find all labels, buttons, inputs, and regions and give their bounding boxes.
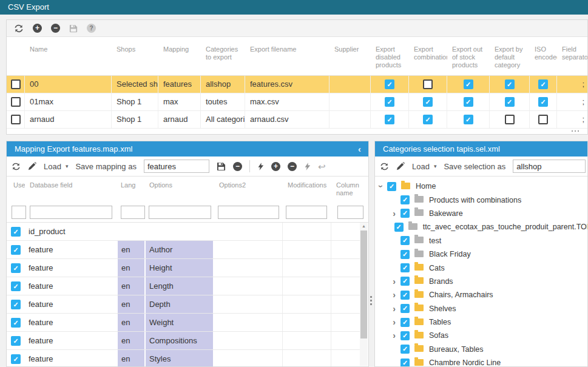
tree-item[interactable]: › Black Friday xyxy=(375,247,587,261)
chevron-expand-icon[interactable]: › xyxy=(390,209,399,218)
chevron-expand-icon[interactable]: › xyxy=(390,305,399,313)
mapping-row[interactable]: feature en Length xyxy=(7,277,360,295)
mapping-filename-input[interactable] xyxy=(144,160,209,173)
mapping-row[interactable]: feature en Weight xyxy=(7,314,360,332)
add-field-button[interactable]: + xyxy=(271,162,280,171)
refresh-icon[interactable] xyxy=(380,162,389,171)
chevron-expand-icon[interactable]: › xyxy=(390,318,399,326)
col-field-separator[interactable]: Field separator xyxy=(557,37,587,75)
apply-none-icon[interactable] xyxy=(304,162,311,171)
apply-all-icon[interactable] xyxy=(257,162,264,171)
tree-item[interactable]: › Home xyxy=(375,180,587,193)
chevron-expand-icon[interactable]: › xyxy=(377,182,385,191)
table-scroll-dots[interactable] xyxy=(572,130,579,132)
vertical-scrollbar[interactable]: ▲ xyxy=(360,223,368,366)
chevron-expand-icon[interactable]: › xyxy=(390,277,399,286)
col-export-combinations[interactable]: Export combinations xyxy=(409,37,447,75)
export-out-of-stock-checkbox[interactable] xyxy=(464,115,473,124)
use-checkbox[interactable] xyxy=(11,300,21,309)
remove-field-button[interactable]: − xyxy=(288,162,297,171)
tree-item[interactable]: › Bakeware xyxy=(375,207,587,220)
filter-options2-input[interactable] xyxy=(218,206,279,219)
filter-lang-input[interactable] xyxy=(121,206,145,219)
tree-item[interactable]: › Sofas xyxy=(375,329,587,342)
tree-item[interactable]: › ttc_avec_ecotax_pas_touche_produit_par… xyxy=(375,220,587,234)
tree-item[interactable]: › Chambre Nordic Line xyxy=(375,356,587,366)
category-checkbox[interactable] xyxy=(400,277,410,286)
mapping-row[interactable]: feature en Author xyxy=(7,241,360,259)
category-checkbox[interactable] xyxy=(400,250,410,259)
category-checkbox[interactable] xyxy=(400,236,410,245)
add-profile-button[interactable]: + xyxy=(33,24,42,33)
col-export-out-of-stock[interactable]: Export out of stock products xyxy=(447,37,490,75)
category-checkbox[interactable] xyxy=(387,182,396,191)
tree-item[interactable]: › Brands xyxy=(375,275,587,288)
chevron-down-icon[interactable]: ▾ xyxy=(434,163,437,169)
use-checkbox[interactable] xyxy=(11,263,21,273)
filter-use-input[interactable] xyxy=(12,206,26,219)
export-by-default-checkbox[interactable] xyxy=(505,115,515,124)
col-export-by-default[interactable]: Export by default category xyxy=(490,37,530,75)
category-checkbox[interactable] xyxy=(400,359,410,366)
help-icon[interactable]: ? xyxy=(87,24,96,33)
scrollbar-thumb[interactable] xyxy=(360,231,367,338)
col-filename[interactable]: Export filename xyxy=(245,37,329,75)
col-supplier[interactable]: Supplier xyxy=(329,37,371,75)
use-checkbox[interactable] xyxy=(11,336,21,346)
use-checkbox[interactable] xyxy=(11,354,21,364)
col-export-disabled[interactable]: Export disabled products xyxy=(371,37,409,75)
export-profile-row[interactable]: arnaud Shop 1 arnaud All categories arna… xyxy=(7,111,587,129)
export-combinations-checkbox[interactable] xyxy=(423,115,433,124)
panel-splitter[interactable] xyxy=(370,296,372,307)
row-select-checkbox[interactable] xyxy=(11,97,21,107)
mapping-row[interactable]: feature en Compositions xyxy=(7,332,360,350)
mapping-row[interactable]: feature en Depth xyxy=(7,295,360,314)
iso-encode-checkbox[interactable] xyxy=(538,79,548,89)
category-checkbox[interactable] xyxy=(394,223,404,232)
chevron-expand-icon[interactable]: › xyxy=(390,331,399,340)
filter-column-name-input[interactable] xyxy=(337,206,363,219)
use-checkbox[interactable] xyxy=(11,227,21,237)
iso-encode-checkbox[interactable] xyxy=(538,97,548,107)
category-checkbox[interactable] xyxy=(400,291,410,300)
row-select-checkbox[interactable] xyxy=(11,79,21,89)
load-mapping-icon[interactable] xyxy=(28,162,36,170)
mapping-row[interactable]: feature en Styles xyxy=(7,350,360,366)
category-checkbox[interactable] xyxy=(400,331,410,340)
export-by-default-checkbox[interactable] xyxy=(505,97,515,107)
col-shops[interactable]: Shops xyxy=(112,37,158,75)
load-button[interactable]: Load xyxy=(44,162,61,171)
category-checkbox[interactable] xyxy=(400,195,410,204)
export-disabled-checkbox[interactable] xyxy=(385,79,394,89)
export-disabled-checkbox[interactable] xyxy=(385,115,394,124)
export-profile-row[interactable]: 00 Selected shops features allshop featu… xyxy=(7,76,587,93)
filter-options-input[interactable] xyxy=(149,206,211,219)
tree-item[interactable]: › Cats xyxy=(375,261,587,274)
refresh-icon[interactable] xyxy=(14,24,24,33)
iso-encode-checkbox[interactable] xyxy=(538,115,548,124)
refresh-icon[interactable] xyxy=(12,162,21,171)
export-out-of-stock-checkbox[interactable] xyxy=(464,79,473,89)
col-mapping[interactable]: Mapping xyxy=(158,37,201,75)
mapping-row[interactable]: id_product xyxy=(7,223,360,241)
delete-mapping-button[interactable]: − xyxy=(233,162,242,171)
tree-item[interactable]: › Tables xyxy=(375,315,587,329)
use-checkbox[interactable] xyxy=(11,318,21,328)
scroll-up-icon[interactable]: ▲ xyxy=(360,223,368,230)
col-name[interactable]: Name xyxy=(25,37,112,75)
category-checkbox[interactable] xyxy=(400,318,410,327)
chevron-down-icon[interactable]: ▾ xyxy=(66,163,69,169)
tree-item[interactable]: › Chairs, Armachairs xyxy=(375,288,587,301)
remove-profile-button[interactable]: − xyxy=(51,24,60,33)
col-categories[interactable]: Categories to export xyxy=(201,37,245,75)
selection-filename-input[interactable] xyxy=(513,160,586,173)
load-button[interactable]: Load xyxy=(412,162,430,171)
export-out-of-stock-checkbox[interactable] xyxy=(464,97,473,107)
collapse-panel-icon[interactable]: ‹ xyxy=(358,141,361,157)
export-combinations-checkbox[interactable] xyxy=(423,79,433,89)
return-icon[interactable]: ↩ xyxy=(318,162,326,171)
use-checkbox[interactable] xyxy=(11,245,21,255)
col-iso-encode[interactable]: ISO encoded xyxy=(530,37,557,75)
tree-item[interactable]: › test xyxy=(375,234,587,247)
load-selection-icon[interactable] xyxy=(396,162,405,170)
